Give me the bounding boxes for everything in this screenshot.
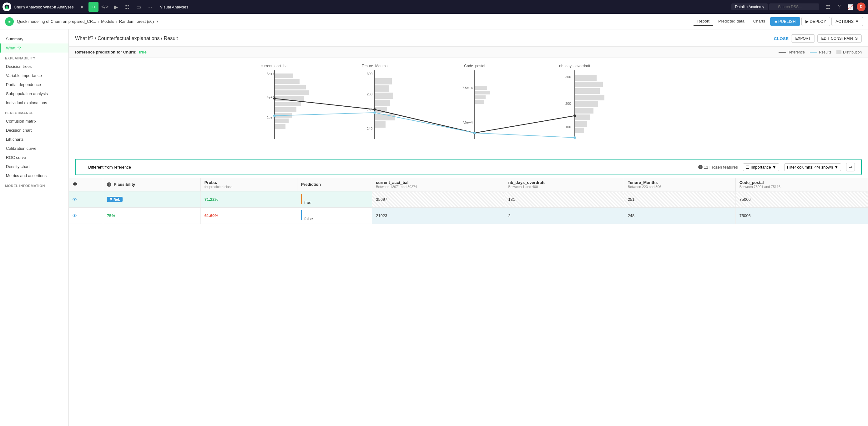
breadcrumb: ■ Quick modeling of Churn on prepared_CR…	[5, 17, 691, 26]
reference-bar: Reference prediction for Churn: true Ref…	[69, 47, 868, 58]
eye-icon: 👁	[72, 197, 77, 202]
second-bar: ■ Quick modeling of Churn on prepared_CR…	[0, 14, 868, 29]
svg-text:Code_postal: Code_postal	[464, 64, 485, 68]
help-icon[interactable]: ?	[834, 2, 844, 12]
tab-predicted-data[interactable]: Predicted data	[714, 17, 748, 26]
visual-analyses-label: Visual Analyses	[160, 5, 188, 9]
different-from-reference-checkbox[interactable]: Different from reference	[82, 165, 131, 170]
pipeline-icon[interactable]: ►	[77, 2, 87, 12]
publish-button[interactable]: ■ PUBLISH	[770, 17, 800, 26]
td-postal-1: 75006	[736, 191, 868, 208]
results-table: 👁 i Plausibility Proba. for predicted cl…	[69, 178, 868, 224]
panel-title: What if? / Counterfactual explanations /…	[75, 36, 178, 41]
content-area: What if? / Counterfactual explanations /…	[69, 29, 868, 426]
edit-constraints-button[interactable]: EDIT CONSTRAINTS	[817, 34, 862, 42]
chevron-down-icon[interactable]: ▼	[156, 20, 159, 23]
table-row: 👁 ⚑ Ref. 71.22%	[69, 191, 868, 208]
explainability-header: EXPLAINABILITY	[0, 53, 68, 62]
svg-rect-38	[575, 75, 597, 81]
sidebar-item-decision-chart[interactable]: Decision chart	[0, 126, 68, 135]
checkbox-box[interactable]	[82, 165, 86, 169]
sidebar-item-summary[interactable]: Summary	[0, 34, 68, 43]
search-input[interactable]	[769, 3, 819, 10]
td-proba-2: 61.60%	[200, 208, 297, 224]
td-prediction-1: true	[297, 191, 372, 208]
th-tenure-months: Tenure_Months Between 223 and 306	[624, 178, 736, 191]
sep1: /	[98, 19, 99, 24]
svg-rect-10	[275, 119, 289, 123]
sep2: /	[116, 19, 117, 24]
svg-rect-11	[275, 124, 285, 129]
dashboard-icon[interactable]: ☷	[122, 2, 132, 12]
performance-header: PERFORMANCE	[0, 107, 68, 117]
project-name[interactable]: Churn Analysis: What-If Analyses	[14, 5, 73, 9]
sort-icon: ☰	[746, 165, 749, 170]
code-icon[interactable]: </>	[100, 2, 110, 12]
svg-text:240: 240	[367, 127, 372, 130]
sidebar-item-roc-curve[interactable]: ROC curve	[0, 153, 68, 162]
reference-line-icon	[779, 52, 786, 53]
svg-rect-31	[475, 91, 490, 94]
td-acct-bal-2: 21923	[372, 208, 504, 224]
run-icon[interactable]: ▶	[111, 2, 121, 12]
eye-icon: 👁	[72, 213, 77, 218]
tab-charts[interactable]: Charts	[749, 17, 769, 26]
grid-icon[interactable]: ☷	[823, 2, 833, 12]
svg-point-55	[574, 115, 576, 117]
home-icon: ■	[5, 17, 14, 26]
shuffle-button[interactable]: ⇌	[846, 163, 855, 172]
sidebar-item-density-chart[interactable]: Density chart	[0, 162, 68, 171]
model-information-header: MODEL INFORMATION	[0, 180, 68, 189]
sidebar-item-individual-explanations[interactable]: Individual explanations	[0, 98, 68, 107]
sidebar-item-metrics[interactable]: Metrics and assertions	[0, 171, 68, 180]
svg-rect-30	[475, 86, 487, 90]
more-icon[interactable]: ⋯	[145, 2, 155, 12]
th-code-postal: Code_postal Between 75001 and 75116	[736, 178, 868, 191]
svg-rect-41	[575, 95, 604, 100]
svg-rect-23	[375, 121, 385, 128]
sidebar-item-calibration-curve[interactable]: Calibration curve	[0, 144, 68, 153]
proba-value-1: 71.22%	[205, 197, 218, 202]
dataiku-academy-button[interactable]: Dataiku Academy	[731, 3, 768, 10]
close-button[interactable]: CLOSE	[774, 36, 788, 41]
deploy-arrow-icon: ▶	[805, 19, 809, 24]
models-label[interactable]: Models	[101, 19, 114, 24]
sidebar-item-decision-trees[interactable]: Decision trees	[0, 62, 68, 71]
table-row: 👁 75% 61.60% false 21923	[69, 208, 868, 224]
td-eye-2[interactable]: 👁	[69, 208, 103, 224]
td-eye-1[interactable]: 👁	[69, 191, 103, 208]
sidebar-item-confusion-matrix[interactable]: Confusion matrix	[0, 117, 68, 126]
deploy-button[interactable]: ▶ DEPLOY	[801, 17, 831, 26]
sidebar-item-subpopulation[interactable]: Subpopulation analysis	[0, 89, 68, 98]
filter-columns-select[interactable]: Filter columns: 4/4 shown ▼	[784, 163, 841, 171]
td-overdraft-2: 2	[504, 208, 624, 224]
svg-rect-45	[575, 121, 587, 127]
svg-rect-44	[575, 115, 590, 120]
sidebar-item-lift-charts[interactable]: Lift charts	[0, 135, 68, 144]
importance-select[interactable]: ☰ Importance ▼	[743, 163, 779, 171]
export-button[interactable]: EXPORT	[791, 34, 814, 42]
svg-rect-22	[375, 114, 395, 120]
sidebar-item-partial-dependence[interactable]: Partial dependence	[0, 80, 68, 89]
visual-icon[interactable]: ○	[89, 2, 98, 12]
td-postal-2: 75006	[736, 208, 868, 224]
orange-bar-icon	[301, 194, 302, 204]
dist-tenure-months: 300 280 260 240 Tenure_Months	[362, 64, 395, 139]
td-acct-bal-1: 35697	[372, 191, 504, 208]
eye-header-icon: 👁	[72, 182, 78, 187]
svg-point-52	[273, 97, 276, 100]
tab-report[interactable]: Report	[693, 17, 713, 26]
sidebar-item-whatif[interactable]: What if?	[0, 43, 68, 53]
reference-label: Reference prediction for Churn:	[75, 50, 136, 54]
svg-point-53	[373, 108, 376, 111]
chart-icon[interactable]: 📈	[845, 2, 856, 12]
legend-reference: Reference	[779, 50, 805, 54]
actions-button[interactable]: ACTIONS ▼	[831, 17, 863, 26]
sidebar-item-variable-importance[interactable]: Variable importance	[0, 71, 68, 80]
svg-rect-8	[275, 107, 297, 112]
current-model[interactable]: Random forest (s6)	[119, 19, 154, 24]
th-current-acct-bal: current_acct_bal Between 12671 and 50274	[372, 178, 504, 191]
svg-text:280: 280	[367, 92, 372, 96]
screen-icon[interactable]: ▭	[133, 2, 144, 12]
avatar[interactable]: D	[857, 2, 866, 11]
